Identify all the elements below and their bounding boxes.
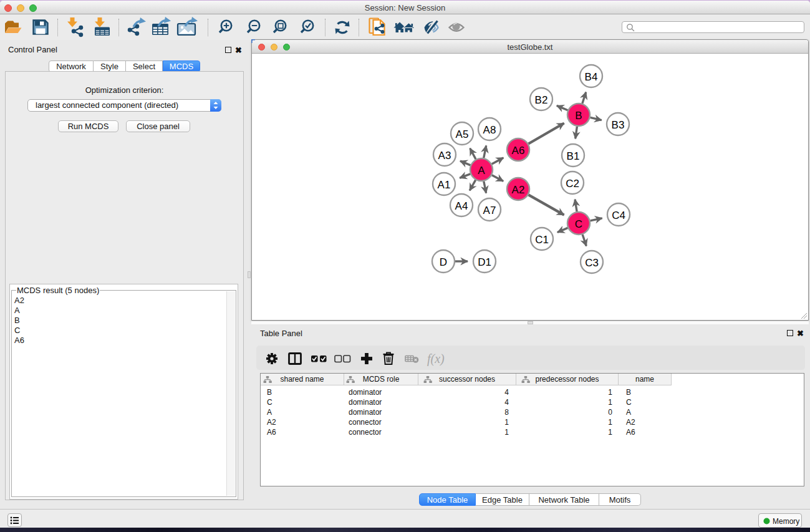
svg-text:A5: A5 xyxy=(456,128,469,140)
svg-text:B2: B2 xyxy=(535,94,548,106)
svg-text:A3: A3 xyxy=(438,150,451,162)
svg-text:C1: C1 xyxy=(535,234,549,246)
svg-text:A: A xyxy=(478,165,485,177)
svg-text:B3: B3 xyxy=(612,119,625,131)
svg-text:A8: A8 xyxy=(483,124,496,136)
svg-text:f(x): f(x) xyxy=(427,352,445,366)
svg-text:C2: C2 xyxy=(566,178,579,190)
svg-text:C4: C4 xyxy=(612,210,625,221)
svg-text:A4: A4 xyxy=(455,200,468,212)
svg-text:B1: B1 xyxy=(567,150,580,162)
svg-text:D1: D1 xyxy=(478,256,491,268)
svg-text:D: D xyxy=(440,256,447,268)
svg-text:A2: A2 xyxy=(512,184,525,196)
svg-text:B: B xyxy=(575,110,582,122)
svg-text:A6: A6 xyxy=(512,145,525,157)
svg-text:A7: A7 xyxy=(483,205,496,216)
svg-text:C: C xyxy=(575,218,582,230)
svg-text:B4: B4 xyxy=(585,71,598,83)
svg-text:C3: C3 xyxy=(585,257,599,269)
svg-text:A1: A1 xyxy=(438,179,451,191)
